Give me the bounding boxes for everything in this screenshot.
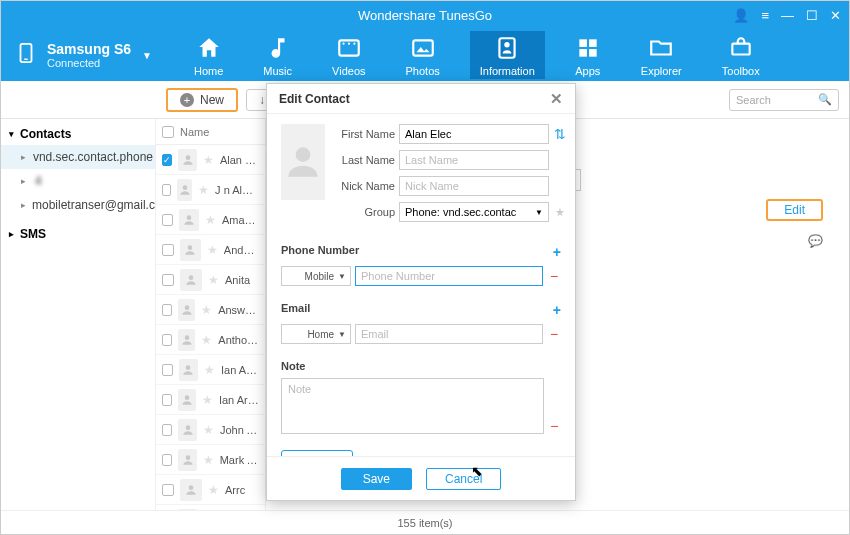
tab-information[interactable]: Information [470, 31, 545, 79]
save-button[interactable]: Save [341, 468, 412, 490]
phone-field[interactable] [355, 266, 543, 286]
group-label: Group [335, 206, 395, 218]
star-icon[interactable]: ★ [553, 206, 567, 219]
last-name-field[interactable] [399, 150, 549, 170]
contact-name: Amanda [222, 214, 259, 226]
menu-icon[interactable]: ≡ [761, 8, 769, 23]
list-item[interactable]: ★Arrc [156, 475, 265, 505]
star-icon[interactable]: ★ [201, 333, 212, 347]
list-item[interactable]: ★Amanda [156, 205, 265, 235]
tab-toolbox[interactable]: Toolbox [712, 31, 770, 79]
dialog-footer: Save Cancel [267, 456, 575, 500]
contact-name: John Arm [220, 424, 259, 436]
star-icon[interactable]: ★ [208, 273, 219, 287]
checkbox[interactable] [162, 274, 174, 286]
svg-point-15 [182, 185, 187, 190]
tab-music[interactable]: Music [253, 31, 302, 79]
checkbox[interactable] [162, 334, 172, 346]
close-icon[interactable]: ✕ [550, 90, 563, 108]
checkbox[interactable] [162, 184, 171, 196]
tab-explorer[interactable]: Explorer [631, 31, 692, 79]
chevron-down-icon: ▼ [338, 330, 346, 339]
cancel-button[interactable]: Cancel [426, 468, 501, 490]
swap-icon[interactable]: ⇅ [553, 126, 567, 142]
email-type-select[interactable]: Home▼ [281, 324, 351, 344]
checkbox[interactable] [162, 244, 174, 256]
list-item[interactable]: ★Anita [156, 265, 265, 295]
first-name-label: First Name [335, 128, 395, 140]
checkbox[interactable] [162, 484, 174, 496]
tab-photos[interactable]: Photos [396, 31, 450, 79]
message-icon[interactable]: 💬 [808, 234, 823, 248]
tree-item-phone[interactable]: ▸vnd.sec.contact.phone [1, 145, 155, 169]
add-phone-icon[interactable]: + [553, 244, 561, 260]
remove-email-icon[interactable]: − [547, 326, 561, 342]
list-item[interactable]: ★J n Alan Elec [156, 175, 265, 205]
star-icon[interactable]: ★ [203, 423, 214, 437]
phone-type-select[interactable]: Mobile▼ [281, 266, 351, 286]
add-email-icon[interactable]: + [553, 302, 561, 318]
star-icon[interactable]: ★ [204, 363, 215, 377]
checkbox[interactable] [162, 454, 172, 466]
star-icon[interactable]: ★ [205, 213, 216, 227]
tab-videos[interactable]: Videos [322, 31, 375, 79]
list-item[interactable]: ★John Arm [156, 415, 265, 445]
checkbox[interactable] [162, 304, 172, 316]
user-icon[interactable]: 👤 [733, 8, 749, 23]
svg-point-25 [189, 485, 194, 490]
star-icon[interactable]: ★ [208, 483, 219, 497]
star-icon[interactable]: ★ [207, 243, 218, 257]
search-icon: 🔍 [818, 93, 832, 106]
star-icon[interactable]: ★ [201, 303, 212, 317]
chevron-right-icon: ▸ [21, 176, 29, 186]
svg-point-28 [296, 147, 311, 162]
phone-icon [15, 39, 37, 71]
avatar-icon [178, 449, 196, 471]
list-item[interactable]: ★Mark Arm [156, 445, 265, 475]
avatar-placeholder[interactable] [281, 124, 325, 200]
remove-note-icon[interactable]: − [548, 418, 561, 434]
tree-item-account2[interactable]: ▸4 [1, 169, 155, 193]
select-all-checkbox[interactable] [162, 126, 174, 138]
first-name-field[interactable] [399, 124, 549, 144]
group-select[interactable]: Phone: vnd.sec.contac▼ [399, 202, 549, 222]
list-item[interactable]: ★Andy,M [156, 235, 265, 265]
nick-name-field[interactable] [399, 176, 549, 196]
checkbox[interactable] [162, 394, 172, 406]
avatar-icon [178, 389, 196, 411]
close-icon[interactable]: ✕ [830, 8, 841, 23]
list-item[interactable]: ★Answer ph [156, 295, 265, 325]
checkbox[interactable] [162, 364, 173, 376]
remove-phone-icon[interactable]: − [547, 268, 561, 284]
chevron-down-icon: ▼ [338, 272, 346, 281]
checkbox[interactable] [162, 214, 173, 226]
star-icon[interactable]: ★ [203, 453, 214, 467]
contact-name: Andy,M [224, 244, 259, 256]
star-icon[interactable]: ★ [202, 393, 213, 407]
new-button[interactable]: +New [166, 88, 238, 112]
star-icon[interactable]: ★ [198, 183, 209, 197]
checkbox[interactable] [162, 424, 172, 436]
minimize-icon[interactable]: — [781, 8, 794, 23]
checkbox[interactable]: ✓ [162, 154, 172, 166]
svg-rect-7 [500, 38, 515, 58]
maximize-icon[interactable]: ☐ [806, 8, 818, 23]
device-selector[interactable]: Samsung S6 Connected ▼ [1, 39, 166, 71]
avatar-icon [179, 359, 198, 381]
tree-sms-header[interactable]: ▸SMS [1, 223, 155, 245]
list-item[interactable]: ★Anthony H [156, 325, 265, 355]
tab-apps[interactable]: Apps [565, 31, 611, 79]
contact-name: Mark Arm [220, 454, 259, 466]
email-field[interactable] [355, 324, 543, 344]
list-item[interactable]: ★Ian Armit [156, 355, 265, 385]
search-input[interactable]: Search 🔍 [729, 89, 839, 111]
note-field[interactable] [281, 378, 544, 434]
tab-home[interactable]: Home [184, 31, 233, 79]
star-icon[interactable]: ★ [203, 153, 214, 167]
list-item[interactable]: ★Ian Armita [156, 385, 265, 415]
list-item[interactable]: ✓★Alan Elec [156, 145, 265, 175]
tree-item-gmail[interactable]: ▸mobiletranser@gmail.c... [1, 193, 155, 217]
svg-rect-6 [413, 40, 433, 55]
tree-contacts-header[interactable]: ▾Contacts [1, 123, 155, 145]
edit-button[interactable]: Edit [766, 199, 823, 221]
